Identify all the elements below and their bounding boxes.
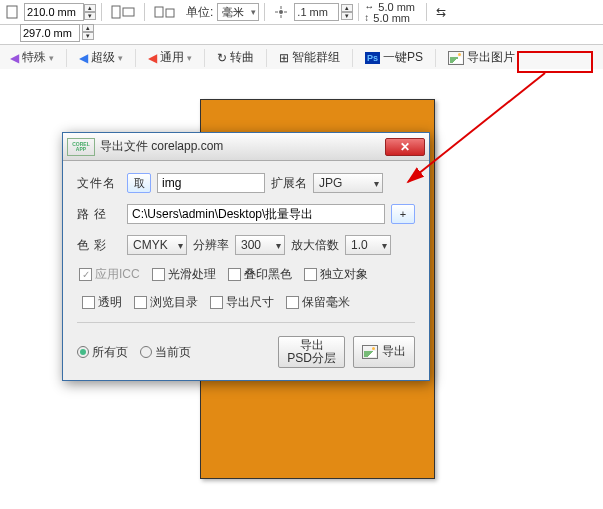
separator	[77, 322, 415, 323]
corelapp-logo-icon: CORELAPP	[67, 138, 95, 156]
unit-dropdown[interactable]: 毫米	[217, 3, 259, 21]
export-image-button[interactable]: 导出图片	[442, 47, 521, 68]
toolbar-dimensions: ▴▾ 单位: 毫米 .1 mm ▴▾ ↔5.0 mm ↕5.0 mm ⇆	[0, 0, 603, 25]
svg-rect-1	[112, 6, 120, 18]
svg-point-5	[279, 10, 283, 14]
radio-all-pages[interactable]: 所有页	[77, 344, 128, 361]
nudge-icon	[270, 3, 292, 21]
pick-filename-button[interactable]: 取	[127, 173, 151, 193]
scale-label: 放大倍数	[291, 237, 339, 254]
dup-y-value[interactable]: 5.0 mm	[371, 13, 416, 23]
super-button[interactable]: ◀超级▾	[73, 47, 129, 68]
overflow-icon[interactable]: ⇆	[432, 3, 450, 21]
export-dialog: CORELAPP 导出文件 corelapp.com ✕ 文件名 取 扩展名 J…	[62, 132, 430, 381]
chk-keepmm[interactable]: 保留毫米	[286, 294, 350, 311]
svg-rect-3	[155, 7, 163, 17]
radio-current-page[interactable]: 当前页	[140, 344, 191, 361]
svg-rect-0	[7, 6, 17, 18]
nudge-value[interactable]: .1 mm	[294, 3, 339, 21]
special-button[interactable]: ◀特殊▾	[4, 47, 60, 68]
chk-icc[interactable]: ✓应用ICC	[79, 266, 140, 283]
path-label: 路 径	[77, 206, 121, 223]
dialog-close-button[interactable]: ✕	[385, 138, 425, 156]
ext-label: 扩展名	[271, 175, 307, 192]
filename-label: 文件名	[77, 175, 121, 192]
toolbar-plugins: ◀特殊▾ ◀超级▾ ◀通用▾ ↻转曲 ⊞智能群组 Ps一键PS 导出图片	[0, 45, 603, 71]
oneclick-ps-button[interactable]: Ps一键PS	[359, 47, 429, 68]
orientation-toggle-icon[interactable]	[107, 3, 139, 21]
chk-overprint[interactable]: 叠印黑色	[228, 266, 292, 283]
chk-exportsize[interactable]: 导出尺寸	[210, 294, 274, 311]
image-icon	[448, 51, 464, 65]
convert-curves-button[interactable]: ↻转曲	[211, 47, 260, 68]
color-dropdown[interactable]: CMYK	[127, 235, 187, 255]
scale-dropdown[interactable]: 1.0	[345, 235, 391, 255]
orientation-portrait-icon[interactable]	[2, 3, 22, 21]
dpi-label: 分辨率	[193, 237, 229, 254]
page-height-spinner[interactable]: ▴▾	[82, 24, 94, 40]
image-icon	[362, 345, 378, 359]
color-label: 色 彩	[77, 237, 121, 254]
path-input[interactable]	[127, 204, 385, 224]
page-width-spinner[interactable]: ▴▾	[84, 4, 96, 20]
chk-browse[interactable]: 浏览目录	[134, 294, 198, 311]
dup-x-value[interactable]: 5.0 mm	[376, 2, 421, 12]
unit-label: 单位:	[184, 4, 215, 21]
chk-smooth[interactable]: 光滑处理	[152, 266, 216, 283]
export-button[interactable]: 导出	[353, 336, 415, 368]
svg-rect-2	[123, 8, 134, 16]
common-button[interactable]: ◀通用▾	[142, 47, 198, 68]
smart-group-button[interactable]: ⊞智能群组	[273, 47, 346, 68]
dialog-titlebar[interactable]: CORELAPP 导出文件 corelapp.com ✕	[63, 133, 429, 161]
export-psd-button[interactable]: 导出 PSD分层	[278, 336, 345, 368]
dpi-dropdown[interactable]: 300	[235, 235, 285, 255]
ext-dropdown[interactable]: JPG	[313, 173, 383, 193]
align-icon[interactable]	[150, 3, 182, 21]
nudge-spinner[interactable]: ▴▾	[341, 4, 353, 20]
svg-rect-4	[166, 9, 174, 17]
dialog-title: 导出文件 corelapp.com	[100, 138, 385, 155]
filename-input[interactable]	[157, 173, 265, 193]
page-height-input[interactable]	[20, 24, 80, 42]
dup-y-icon: ↕	[364, 12, 369, 23]
page-width-input[interactable]	[24, 3, 84, 21]
chk-independent[interactable]: 独立对象	[304, 266, 368, 283]
add-path-button[interactable]: +	[391, 204, 415, 224]
dup-x-icon: ↔	[364, 1, 374, 12]
chk-transparent[interactable]: 透明	[82, 294, 122, 311]
